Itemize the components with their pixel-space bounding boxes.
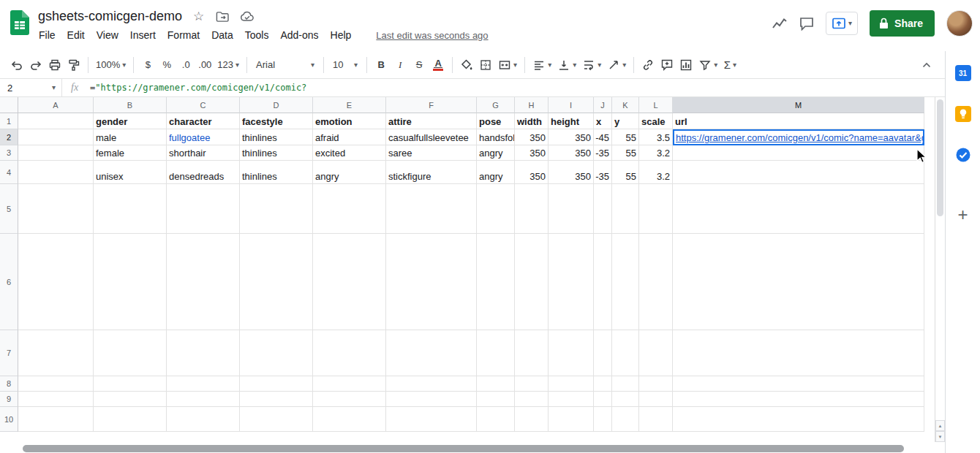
- cell-M3[interactable]: [673, 145, 924, 161]
- cell-I5[interactable]: [549, 184, 594, 234]
- horizontal-scrollbar[interactable]: [18, 444, 924, 453]
- text-rotation-button[interactable]: ▾: [604, 56, 629, 75]
- increase-decimal-button[interactable]: .00: [195, 56, 214, 75]
- cell-I4[interactable]: 350: [549, 161, 594, 184]
- cell-M8[interactable]: [673, 376, 924, 392]
- cell-E4[interactable]: angry: [313, 161, 386, 184]
- calendar-addon-button[interactable]: 31: [954, 64, 972, 82]
- selection-fill-handle[interactable]: [921, 142, 924, 145]
- cell-B8[interactable]: [94, 376, 167, 392]
- insert-chart-button[interactable]: [676, 56, 696, 75]
- row-header-1[interactable]: 1: [0, 113, 18, 129]
- cell-J5[interactable]: [594, 184, 612, 234]
- column-header-I[interactable]: I: [549, 97, 594, 113]
- cell-K4[interactable]: 55: [612, 161, 639, 184]
- cell-E10[interactable]: [313, 407, 386, 432]
- horizontal-scrollbar-thumb[interactable]: [23, 445, 904, 452]
- italic-button[interactable]: I: [391, 56, 410, 75]
- cell-H7[interactable]: [515, 330, 549, 376]
- cell-K3[interactable]: 55: [612, 145, 639, 161]
- cell-F8[interactable]: [386, 376, 477, 392]
- cell-C9[interactable]: [167, 392, 240, 407]
- cell-A5[interactable]: [18, 184, 94, 234]
- cell-E9[interactable]: [313, 392, 386, 407]
- insert-link-button[interactable]: [638, 56, 657, 75]
- cell-B6[interactable]: [94, 234, 167, 330]
- scroll-up-button[interactable]: ▲: [935, 420, 945, 431]
- name-box[interactable]: 2 ▾: [0, 79, 61, 96]
- print-button[interactable]: [45, 56, 64, 75]
- cell-A7[interactable]: [18, 330, 94, 376]
- cell-G2[interactable]: handsfolded: [477, 129, 515, 145]
- cell-L9[interactable]: [639, 392, 673, 407]
- text-color-button[interactable]: A: [429, 56, 448, 75]
- cell-J8[interactable]: [594, 376, 612, 392]
- cell-L10[interactable]: [639, 407, 673, 432]
- column-header-F[interactable]: F: [386, 97, 477, 113]
- cell-L7[interactable]: [639, 330, 673, 376]
- text-wrap-button[interactable]: ▾: [579, 56, 604, 75]
- cell-C4[interactable]: densedreads: [167, 161, 240, 184]
- cell-A6[interactable]: [18, 234, 94, 330]
- avatar[interactable]: [946, 10, 973, 37]
- cell-F3[interactable]: saree: [386, 145, 477, 161]
- menu-file[interactable]: File: [38, 28, 61, 42]
- cell-B9[interactable]: [94, 392, 167, 407]
- cell-H1[interactable]: width: [515, 113, 549, 129]
- cell-B4[interactable]: unisex: [94, 161, 167, 184]
- row-header-3[interactable]: 3: [0, 145, 18, 161]
- cell-I2[interactable]: 350: [549, 129, 594, 145]
- cell-L8[interactable]: [639, 376, 673, 392]
- cell-I3[interactable]: 350: [549, 145, 594, 161]
- cell-D10[interactable]: [240, 407, 313, 432]
- cell-G3[interactable]: angry: [477, 145, 515, 161]
- cell-G6[interactable]: [477, 234, 515, 330]
- cell-K1[interactable]: y: [612, 113, 639, 129]
- cell-G9[interactable]: [477, 392, 515, 407]
- font-size-select[interactable]: 10 ▾: [328, 56, 362, 75]
- cell-M2[interactable]: https://gramener.com/comicgen/v1/comic?n…: [673, 129, 924, 145]
- cell-L5[interactable]: [639, 184, 673, 234]
- vertical-scrollbar-thumb[interactable]: [937, 99, 943, 216]
- merge-cells-button[interactable]: ▾: [495, 56, 520, 75]
- insert-comment-button[interactable]: [657, 56, 676, 75]
- scroll-down-button[interactable]: ▼: [935, 431, 945, 442]
- last-edit-status[interactable]: Last edit was seconds ago: [376, 30, 488, 41]
- bold-button[interactable]: B: [372, 56, 391, 75]
- cell-M10[interactable]: [673, 407, 924, 432]
- cell-F2[interactable]: casualfullsleevetee: [386, 129, 477, 145]
- vertical-align-button[interactable]: ▾: [554, 56, 579, 75]
- cell-A3[interactable]: [18, 145, 94, 161]
- column-header-E[interactable]: E: [313, 97, 386, 113]
- column-header-K[interactable]: K: [612, 97, 639, 113]
- row-header-9[interactable]: 9: [0, 392, 18, 407]
- cell-H4[interactable]: 350: [515, 161, 549, 184]
- row-header-2[interactable]: 2: [0, 129, 18, 145]
- cell-E3[interactable]: excited: [313, 145, 386, 161]
- column-header-H[interactable]: H: [515, 97, 549, 113]
- cell-J4[interactable]: -35: [594, 161, 612, 184]
- cell-F6[interactable]: [386, 234, 477, 330]
- column-header-J[interactable]: J: [594, 97, 612, 113]
- cell-I6[interactable]: [549, 234, 594, 330]
- cell-E1[interactable]: emotion: [313, 113, 386, 129]
- cell-I8[interactable]: [549, 376, 594, 392]
- collapse-toolbar-button[interactable]: [917, 56, 936, 75]
- menu-data[interactable]: Data: [206, 28, 239, 42]
- cell-G10[interactable]: [477, 407, 515, 432]
- redo-button[interactable]: [26, 56, 45, 75]
- cell-A1[interactable]: [18, 113, 94, 129]
- cell-L2[interactable]: 3.5: [639, 129, 673, 145]
- cell-K2[interactable]: 55: [612, 129, 639, 145]
- cell-K8[interactable]: [612, 376, 639, 392]
- cell-M1[interactable]: url: [673, 113, 924, 129]
- cell-K6[interactable]: [612, 234, 639, 330]
- star-icon[interactable]: ☆: [193, 10, 204, 23]
- cell-D2[interactable]: thinlines: [240, 129, 313, 145]
- cell-H10[interactable]: [515, 407, 549, 432]
- cell-B7[interactable]: [94, 330, 167, 376]
- decrease-decimal-button[interactable]: .0: [176, 56, 195, 75]
- cell-H6[interactable]: [515, 234, 549, 330]
- column-header-C[interactable]: C: [167, 97, 240, 113]
- column-header-B[interactable]: B: [94, 97, 167, 113]
